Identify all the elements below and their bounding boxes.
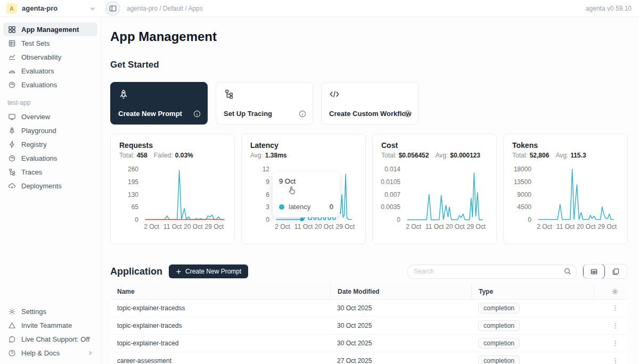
sidebar-item-registry[interactable]: Registry — [3, 137, 97, 151]
chevron-right-icon — [87, 350, 93, 356]
sidebar-item-label: Settings — [21, 308, 46, 316]
sidebar-item-help-docs[interactable]: Help & Docs — [3, 346, 97, 360]
sidebar-item-label: Evaluations — [21, 81, 57, 89]
code-icon — [329, 89, 411, 100]
sidebar-item-playground[interactable]: Playground — [3, 123, 97, 137]
app-name: topic-explainer-tracedss — [110, 304, 330, 312]
sidebar-item-label: Help & Docs — [21, 349, 60, 357]
chart-plot[interactable]: 0.0140.01050.0070.00350 — [381, 167, 488, 222]
sidebar-item-traces[interactable]: Traces — [3, 165, 97, 179]
chart-title: Cost — [381, 141, 488, 150]
card-view-icon — [612, 268, 620, 276]
chart-plot[interactable]: 260195130650 — [119, 167, 226, 222]
plus-icon — [176, 269, 182, 275]
breadcrumb[interactable]: agenta-pro / Default / Apps — [127, 5, 586, 12]
sidebar-item-overview[interactable]: Overview — [3, 110, 97, 123]
search-input[interactable] — [414, 268, 564, 275]
button-label: Create New Prompt — [185, 268, 241, 275]
sidebar-item-label: Live Chat Support: Off — [21, 335, 89, 343]
tooltip-value: 0 — [330, 203, 333, 211]
sidebar-item-label: Registry — [21, 140, 47, 148]
table-view-button[interactable] — [583, 264, 605, 279]
sidebar-item-label: Observability — [21, 53, 61, 61]
x-axis-labels: 2 Oct11 Oct20 Oct29 Oct — [274, 223, 357, 231]
row-menu-button[interactable]: ⋮ — [612, 323, 619, 328]
sidebar-item-label: Playground — [21, 127, 56, 135]
sidebar-item-label: Evaluations — [21, 154, 57, 162]
sidebar-item-deployments[interactable]: Deployments — [3, 179, 97, 193]
sidebar-item-label: Overview — [21, 113, 50, 121]
info-icon[interactable] — [299, 110, 306, 118]
x-axis-labels: 2 Oct11 Oct20 Oct29 Oct — [536, 223, 619, 231]
sidebar-collapse-button[interactable] — [105, 1, 120, 16]
row-menu-button[interactable]: ⋮ — [612, 341, 619, 346]
sidebar-item-observability[interactable]: Observability — [3, 50, 97, 64]
row-menu-button[interactable]: ⋮ — [612, 358, 619, 363]
app-type: completion — [471, 355, 594, 364]
card-view-button[interactable] — [605, 264, 627, 279]
refresh-circle-icon — [7, 80, 16, 89]
sidebar-item-evaluators[interactable]: Evaluators — [3, 64, 97, 78]
table-row[interactable]: topic-explainer-traceds 30 Oct 2025 comp… — [110, 317, 627, 335]
sidebar-item-test-sets[interactable]: Test Sets — [3, 36, 97, 50]
requests-chart-card: Requests Total:458Failed:0.03% 260195130… — [110, 134, 235, 244]
column-header-date-modified[interactable]: Date Modified — [330, 284, 471, 300]
chat-bubble-icon — [7, 335, 16, 343]
chart-stat: Total:458 — [119, 152, 148, 159]
main-content: App Management Get Started Create New Pr… — [101, 17, 639, 364]
table-row[interactable]: topic-explainer-tracedss 30 Oct 2025 com… — [110, 300, 627, 317]
chart-plot[interactable]: 1800013500900045000 — [512, 167, 619, 222]
tooltip-series-name: latency — [289, 203, 310, 211]
application-title: Application — [110, 266, 162, 277]
chart-line-icon — [7, 53, 16, 61]
info-icon[interactable] — [193, 110, 201, 118]
table-icon — [7, 39, 16, 47]
table-header: Name Date Modified Type — [110, 284, 627, 300]
create-custom-workflow-card[interactable]: Create Custom Workflow — [321, 82, 419, 125]
view-toggle — [583, 264, 627, 279]
row-menu-button[interactable]: ⋮ — [612, 305, 619, 311]
date-modified: 30 Oct 2025 — [330, 304, 471, 312]
set-up-tracing-card[interactable]: Set Up Tracing — [216, 82, 313, 125]
get-started-title: Get Started — [110, 60, 627, 70]
application-header: Application Create New Prompt — [110, 264, 627, 279]
date-modified: 27 Oct 2025 — [330, 357, 471, 364]
chart-stats: Avg:1.38ms — [250, 152, 357, 159]
app-type: completion — [471, 303, 594, 313]
table-row[interactable]: career-assessment 27 Oct 2025 completion… — [110, 352, 627, 364]
chart-title: Requests — [119, 141, 226, 150]
sidebar-item-app-evaluations[interactable]: Evaluations — [3, 151, 97, 165]
sidebar-item-invite-teammate[interactable]: Invite Teammate — [3, 318, 97, 332]
cloud-up-icon — [7, 181, 16, 190]
rocket-icon — [118, 89, 200, 100]
refresh-circle-icon — [7, 154, 16, 162]
search-icon[interactable] — [564, 268, 571, 275]
sidebar-item-evaluations[interactable]: Evaluations — [3, 78, 97, 92]
app-name: topic-explainer-traceds — [110, 322, 330, 329]
type-badge: completion — [478, 338, 520, 349]
date-modified: 30 Oct 2025 — [330, 340, 471, 347]
sidebar-item-settings[interactable]: Settings — [3, 304, 97, 318]
lightning-icon — [7, 140, 16, 148]
app-type: completion — [471, 320, 594, 331]
app-name: topic-explainer-traced — [110, 340, 330, 347]
create-new-prompt-card[interactable]: Create New Prompt — [110, 82, 208, 125]
rocket-icon — [7, 126, 16, 135]
sidebar-item-live-chat[interactable]: Live Chat Support: Off — [3, 332, 97, 346]
table-row[interactable]: topic-explainer-traced 30 Oct 2025 compl… — [110, 335, 627, 352]
sidebar-section-app-name: test-app — [7, 99, 97, 106]
column-settings[interactable] — [594, 284, 627, 300]
monitor-icon — [7, 112, 16, 121]
chart-stats: Total:$0.056452Avg:$0.000123 — [381, 152, 488, 159]
workspace-selector[interactable]: A agenta-pro — [0, 3, 101, 14]
column-header-name[interactable]: Name — [110, 288, 330, 295]
column-header-type[interactable]: Type — [471, 284, 594, 300]
info-icon[interactable] — [404, 110, 412, 118]
chart-stat: Avg:$0.000123 — [435, 152, 480, 159]
create-new-prompt-button[interactable]: Create New Prompt — [169, 264, 248, 278]
chart-stat: Avg:1.38ms — [250, 152, 287, 159]
app-type: completion — [471, 338, 594, 349]
sidebar-item-app-management[interactable]: App Management — [3, 22, 97, 36]
apps-table: Name Date Modified Type topic-explainer-… — [110, 284, 627, 364]
date-modified: 30 Oct 2025 — [330, 322, 471, 329]
